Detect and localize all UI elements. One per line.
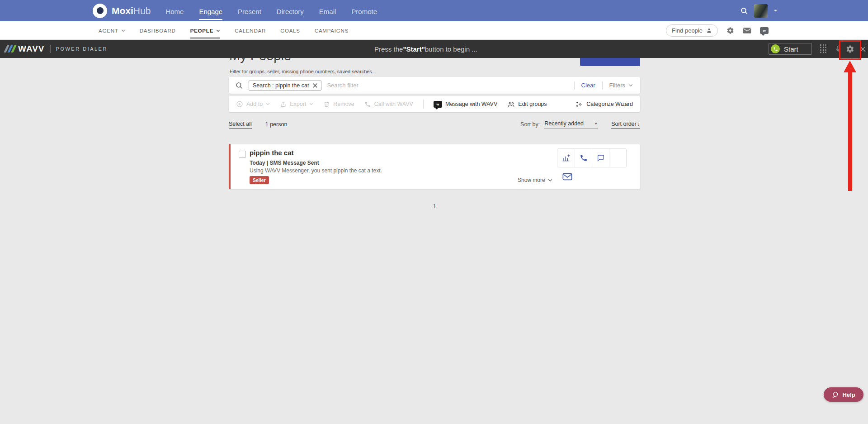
search-chip[interactable]: Search : pippin the cat	[249, 81, 321, 91]
contact-checkbox[interactable]	[239, 151, 246, 158]
people-icon	[507, 100, 515, 108]
wavv-power-dialer-bar: WAVV POWER DIALER Press the "Start" butt…	[0, 40, 868, 58]
user-avatar[interactable]	[754, 4, 768, 18]
dialpad-icon[interactable]	[820, 40, 827, 58]
sub-nav-item-agent[interactable]: AGENT	[99, 22, 125, 38]
wavv-messenger-icon[interactable]: w	[760, 27, 769, 34]
select-all-link[interactable]: Select all	[229, 121, 252, 129]
moxihub-logo-icon	[93, 4, 107, 18]
remove-button[interactable]: Remove	[323, 101, 354, 108]
search-icon	[235, 81, 243, 90]
trash-icon	[323, 101, 330, 108]
categorize-wizard-button[interactable]: Categorize Wizard	[575, 100, 633, 108]
top-nav-item-promote[interactable]: Promote	[351, 1, 377, 20]
person-icon	[706, 28, 712, 33]
divider	[602, 81, 603, 90]
dropdown-caret-icon: ▼	[594, 122, 598, 126]
chip-remove-icon[interactable]	[313, 83, 317, 88]
dialer-status-message: Press the "Start" button to begin ...	[374, 40, 477, 58]
seller-badge: Seller	[250, 176, 269, 184]
sub-nav-item-goals[interactable]: GOALS	[280, 22, 300, 38]
annotation-arrow-shaft	[848, 71, 852, 191]
contact-card: pippin the cat Today | SMS Message Sent …	[229, 144, 640, 189]
sub-nav-item-dashboard[interactable]: DASHBOARD	[140, 22, 176, 38]
help-bubble-icon	[832, 391, 839, 398]
chevron-down-icon	[628, 84, 633, 87]
email-envelope-icon[interactable]	[743, 26, 751, 34]
pagination-page-1[interactable]: 1	[229, 203, 640, 210]
sub-nav-tools: Find people w	[666, 24, 769, 37]
chart-add-icon	[561, 153, 571, 162]
list-header: Select all 1 person Sort by: Recently ad…	[229, 120, 640, 129]
wavv-wordmark: WAVV	[18, 44, 45, 54]
chevron-down-icon	[548, 179, 552, 182]
phone-icon	[580, 154, 588, 162]
export-icon	[280, 101, 287, 108]
phone-icon	[771, 44, 780, 53]
start-dialing-button[interactable]: Start	[769, 43, 812, 55]
find-people-button[interactable]: Find people	[666, 24, 718, 37]
action-cell-empty[interactable]	[609, 149, 626, 167]
chevron-down-icon	[266, 103, 270, 105]
power-dialer-label: POWER DIALER	[56, 46, 108, 52]
chat-bubble-icon	[597, 154, 605, 162]
add-to-button[interactable]: Add to	[236, 100, 270, 108]
chevron-down-icon	[309, 103, 313, 105]
sort-descending-icon: ↓	[637, 121, 640, 127]
actions-toolbar: Add to Export Remove Call with WAVV w Me…	[229, 96, 640, 112]
call-with-wavv-button[interactable]: Call with WAVV	[364, 101, 413, 108]
filters-dropdown[interactable]: Filters	[609, 82, 633, 89]
envelope-icon	[562, 173, 572, 181]
email-contact-button[interactable]	[562, 172, 572, 181]
stars-wand-icon	[575, 100, 583, 108]
sub-nav: AGENT DASHBOARD PEOPLE CALENDAR GOALS CA…	[0, 21, 868, 40]
top-nav-item-home[interactable]: Home	[165, 1, 184, 20]
chevron-down-icon	[216, 29, 220, 32]
message-contact-button[interactable]	[592, 149, 609, 167]
search-filter-input[interactable]	[327, 82, 574, 89]
sort-order-toggle[interactable]: Sort order ↓	[611, 121, 640, 129]
divider	[574, 81, 575, 90]
contact-activity-description: Using WAVV Messenger, you sent pippin th…	[250, 167, 382, 174]
message-with-wavv-button[interactable]: w Message with WAVV	[434, 101, 497, 108]
search-filter-bar: Search : pippin the cat Clear Filters	[229, 77, 640, 94]
phone-icon	[364, 101, 371, 108]
sort-by-label: Sort by:	[520, 121, 540, 128]
page-subtitle: Filter for groups, seller, missing phone…	[230, 69, 376, 74]
brand-text: MoxiHub	[112, 5, 151, 16]
contact-name[interactable]: pippin the cat	[250, 149, 294, 157]
wavv-messenger-icon: w	[434, 101, 442, 108]
top-nav-item-present[interactable]: Present	[238, 1, 261, 20]
top-nav-item-email[interactable]: Email	[319, 1, 336, 20]
screen: MoxiHub Home Engage Present Directory Em…	[0, 0, 868, 424]
sub-nav-item-people[interactable]: PEOPLE	[190, 22, 220, 38]
sort-by-dropdown[interactable]: Recently added ▼	[544, 120, 598, 129]
search-icon[interactable]	[740, 6, 748, 15]
help-button[interactable]: Help	[824, 387, 863, 402]
annotation-highlight-rectangle	[839, 40, 861, 60]
sub-nav-item-calendar[interactable]: CALENDAR	[235, 22, 266, 38]
top-nav: MoxiHub Home Engage Present Directory Em…	[0, 0, 868, 21]
chevron-down-icon	[121, 29, 125, 32]
sub-nav-items: AGENT DASHBOARD PEOPLE CALENDAR GOALS CA…	[99, 22, 349, 38]
result-count: 1 person	[265, 121, 288, 128]
moxihub-logo[interactable]: MoxiHub	[93, 4, 151, 18]
show-more-link[interactable]: Show more	[518, 177, 552, 183]
top-nav-items: Home Engage Present Directory Email Prom…	[165, 1, 377, 20]
call-contact-button[interactable]	[575, 149, 592, 167]
avatar-caret-icon[interactable]	[774, 7, 778, 15]
top-nav-item-directory[interactable]: Directory	[277, 1, 304, 20]
wavv-logo: WAVV POWER DIALER	[5, 40, 108, 58]
divider	[50, 45, 51, 53]
settings-gear-icon[interactable]	[726, 26, 734, 34]
top-nav-item-engage[interactable]: Engage	[199, 1, 222, 20]
export-button[interactable]: Export	[280, 101, 313, 108]
insights-chart-button[interactable]	[557, 149, 575, 167]
edit-groups-button[interactable]: Edit groups	[507, 100, 547, 108]
contact-action-group	[557, 148, 627, 167]
divider	[423, 100, 424, 109]
clear-filters-link[interactable]: Clear	[581, 82, 595, 89]
annotation-arrow-head	[844, 61, 856, 72]
sub-nav-item-campaigns[interactable]: CAMPAIGNS	[315, 22, 349, 38]
circle-plus-icon	[236, 100, 243, 108]
